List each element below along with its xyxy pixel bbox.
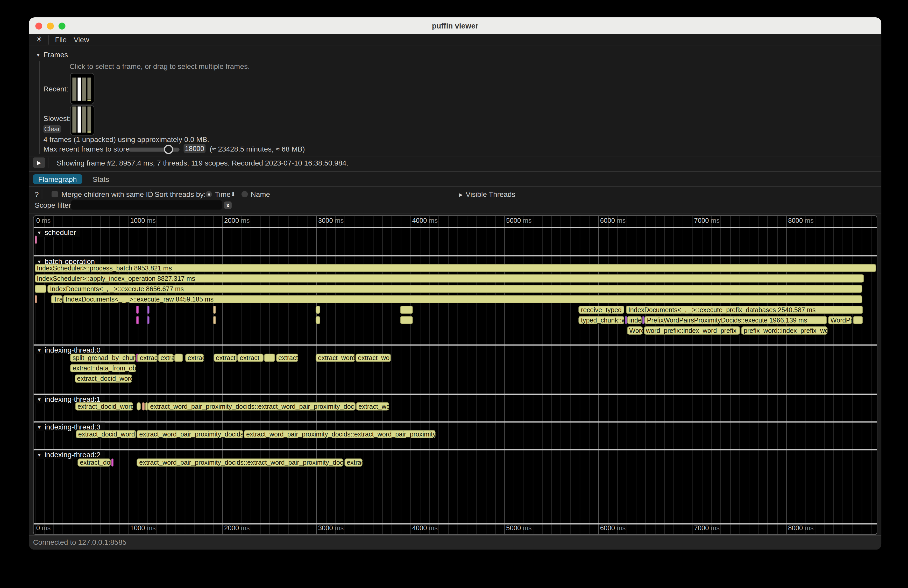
flame-bar[interactable]: extract (137, 353, 157, 361)
tick-value: 3000 (318, 217, 333, 224)
flame-bar[interactable] (136, 316, 139, 324)
merge-children-checkbox[interactable] (52, 191, 58, 198)
flame-bar[interactable]: IndexDocuments<_, _>::execute_raw 8459.1… (63, 295, 862, 303)
thread-section-label[interactable]: ▼indexing-thread:2 (34, 450, 105, 459)
gridline-minor (391, 216, 392, 534)
clear-button[interactable]: Clear (43, 125, 61, 133)
flame-bar[interactable]: IndexDocuments<_, _>::execute_prefix_dat… (626, 306, 863, 314)
flame-bar[interactable]: extract_wo (356, 353, 391, 361)
flamegraph-canvas[interactable]: 0 ms1000 ms2000 ms3000 ms4000 ms5000 ms6… (33, 215, 877, 535)
flame-bar[interactable] (34, 285, 47, 293)
frame-bar (77, 106, 81, 133)
flame-bar[interactable]: extract::data_from_ob (70, 364, 136, 372)
gridline-minor (514, 216, 514, 534)
flame-bar[interactable]: extract (276, 353, 298, 361)
flame-bar[interactable] (316, 306, 320, 314)
flame-bar[interactable]: extract_word_pair_proximity_docids::extr… (244, 430, 436, 438)
flame-bar[interactable] (400, 316, 413, 324)
flame-bar[interactable]: receive_typed_ (579, 306, 624, 314)
flame-bar[interactable] (213, 306, 216, 314)
menu-items: FileView (55, 34, 89, 46)
flame-bar[interactable]: Trans (51, 295, 63, 303)
time-ruler-label: 5000 ms (506, 525, 532, 532)
visible-threads-header[interactable]: ▶ Visible Threads (459, 190, 515, 198)
scope-filter-input[interactable] (71, 200, 222, 210)
flame-bar[interactable]: IndexDocuments<_, _>::execute 8656.677 m… (48, 285, 863, 293)
flame-bar[interactable] (34, 235, 37, 243)
theme-sun-icon[interactable]: ☀ (36, 35, 43, 43)
flame-bar[interactable]: index (627, 316, 642, 324)
flame-bar[interactable]: IndexScheduler>::apply_index_operation 8… (34, 274, 864, 282)
flame-bar[interactable]: extract_docid_word (76, 430, 136, 438)
menu-item-file[interactable]: File (55, 36, 67, 44)
flame-bar[interactable]: extract_word_pair_proximity_docids::extr… (137, 458, 344, 466)
menu-item-view[interactable]: View (74, 36, 89, 44)
flame-bar[interactable]: extrac (345, 458, 362, 466)
max-frames-slider-knob[interactable] (164, 145, 173, 154)
flame-bar[interactable]: IndexScheduler>::process_batch 8953.821 … (34, 264, 876, 272)
gridline-minor (636, 216, 636, 534)
close-window-icon[interactable] (35, 22, 42, 29)
max-frames-value[interactable]: 18000 (184, 144, 206, 153)
flame-bar[interactable]: PrefixWordPairsProximityDocids::execute … (645, 316, 828, 324)
minimize-window-icon[interactable] (47, 22, 54, 29)
flame-bar[interactable]: extract_word (316, 353, 355, 361)
recent-frames-thumbnail[interactable] (70, 73, 94, 104)
sort-name-radio[interactable] (241, 191, 248, 198)
title-bar[interactable]: puffin viewer (29, 18, 881, 34)
flame-bar[interactable]: extract_word_pair_proximity_docids (137, 430, 243, 438)
flame-bar[interactable]: word_prefix::index_word_prefix_ (644, 326, 741, 334)
flame-bar[interactable] (147, 316, 149, 324)
flame-bar[interactable] (400, 306, 413, 314)
flame-bar[interactable]: split_grenad_by_chun (70, 353, 135, 361)
thread-section-label[interactable]: ▼indexing-thread:0 (34, 345, 105, 354)
maximize-window-icon[interactable] (59, 22, 66, 29)
flame-bar[interactable] (625, 316, 627, 324)
slowest-frames-thumbnail[interactable] (70, 105, 94, 135)
flame-bar[interactable]: typed_chunk::w (579, 316, 624, 324)
play-button[interactable]: ▶ (33, 157, 45, 168)
sort-name-label[interactable]: Name (251, 190, 270, 198)
flame-bar[interactable] (147, 306, 149, 314)
time-ruler-label: 5000 ms (506, 217, 532, 224)
flame-bar[interactable] (142, 402, 145, 410)
gridline-minor (232, 216, 232, 534)
flame-bar[interactable]: extract_ (214, 353, 237, 361)
flame-bar[interactable] (642, 316, 644, 324)
flame-bar[interactable] (34, 295, 37, 303)
sort-time-label[interactable]: Time (215, 190, 231, 198)
flame-bar[interactable]: extrac (185, 353, 204, 361)
flame-bar[interactable]: extract_docid_word (75, 374, 132, 382)
gridline-minor (542, 216, 543, 534)
flame-bar[interactable]: extra (158, 353, 174, 361)
flame-bar[interactable]: Word (627, 326, 642, 334)
tab-flamegraph[interactable]: Flamegraph (33, 174, 82, 184)
flame-bar[interactable] (213, 316, 216, 324)
flame-bar[interactable]: WordPr (828, 316, 852, 324)
clear-filter-button[interactable]: x (224, 201, 232, 209)
flame-bar[interactable] (174, 353, 183, 361)
tick-value: 2000 (224, 525, 239, 532)
flame-bar[interactable]: prefix_word::index_prefix_wo (741, 326, 827, 334)
gridline-minor (824, 216, 824, 534)
flame-bar[interactable]: extract_word_pair_proximity_docids::extr… (148, 402, 355, 410)
frames-header[interactable]: ▼ Frames (36, 51, 68, 59)
thread-section-label[interactable]: ▼scheduler (34, 228, 80, 237)
flame-bar[interactable]: extract_doc (77, 458, 111, 466)
tab-stats[interactable]: Stats (87, 174, 114, 184)
flame-bar[interactable] (145, 402, 148, 410)
sort-time-radio[interactable] (206, 191, 212, 198)
flame-bar[interactable]: extract_wo (356, 402, 389, 410)
flame-bar[interactable] (853, 316, 863, 324)
flame-bar[interactable] (136, 306, 139, 314)
help-button[interactable]: ? (35, 190, 39, 198)
flame-bar[interactable]: extract_docid_word (75, 402, 133, 410)
sort-direction-arrow-icon[interactable]: ⬇ (230, 190, 236, 198)
tick-value: 5000 (506, 217, 521, 224)
flame-bar[interactable] (316, 316, 320, 324)
flame-bar[interactable] (264, 353, 275, 361)
flame-bar[interactable] (136, 402, 141, 410)
window-title: puffin viewer (432, 21, 478, 30)
flame-bar[interactable] (111, 458, 114, 466)
flame-bar[interactable]: extract_ (237, 353, 264, 361)
